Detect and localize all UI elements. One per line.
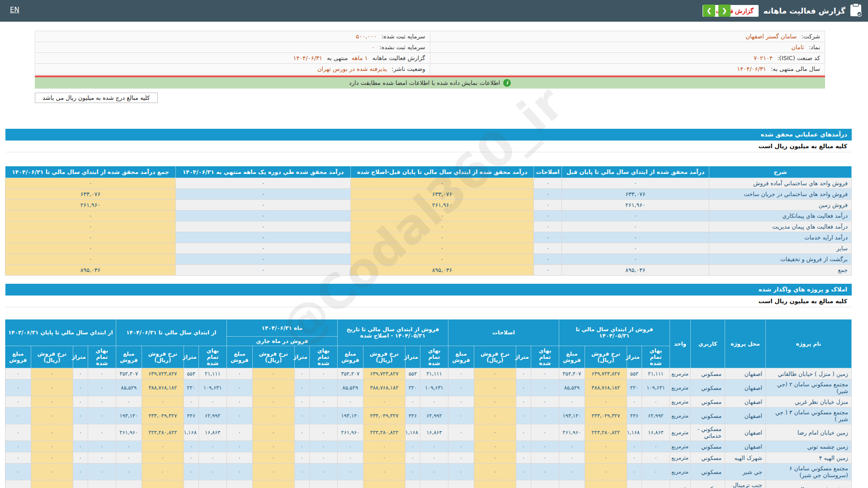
value-cell: ۰ bbox=[585, 441, 627, 452]
notice-text: اطلاعات نمایش داده شده با اطلاعات امضا ش… bbox=[349, 80, 500, 86]
value-cell: ۰ bbox=[351, 211, 534, 221]
nav-prev-button[interactable]: ❮ bbox=[703, 5, 715, 17]
value-cell: ۰ bbox=[642, 396, 670, 408]
value-cell: ۰ bbox=[176, 200, 351, 211]
location-cell: اصفهان bbox=[725, 396, 766, 408]
column-header: محل پروژه bbox=[725, 319, 766, 368]
project-row: پروژه چشمه توتي ۲ جنب ترمینال صفه مسکوني… bbox=[5, 480, 851, 488]
usage-cell: مسکوني bbox=[691, 408, 725, 424]
value-cell: ۰ bbox=[562, 243, 709, 254]
value-cell: ۰ bbox=[337, 396, 363, 408]
value-cell: ۰ bbox=[5, 396, 31, 408]
usage-cell: مسکوني bbox=[691, 380, 725, 396]
field-value[interactable]: ۱ ماهه bbox=[352, 55, 368, 61]
field-label: شرکت: bbox=[802, 33, 820, 40]
value-cell: ۰ bbox=[252, 441, 294, 452]
field-value[interactable]: پذیرفته شده در بورس تهران bbox=[317, 66, 387, 72]
field-label: سرمایه ثبت شده: bbox=[381, 33, 425, 40]
value-cell: ۰ bbox=[252, 408, 294, 424]
nav-next-button[interactable]: ❯ bbox=[718, 5, 731, 17]
value-cell: ۸۹۵,۰۳۶ bbox=[351, 265, 534, 276]
value-cell: ۰ bbox=[184, 464, 198, 480]
value-cell: ۵۵۴ bbox=[627, 368, 642, 380]
value-cell: ۰ bbox=[534, 211, 562, 221]
value-cell: ۰ bbox=[309, 480, 337, 488]
usage-cell: مسکوني bbox=[691, 441, 725, 452]
value-cell: ۰ bbox=[585, 452, 627, 464]
value-cell: ۴۳۳,۰۴۹,۳۲۷ bbox=[363, 408, 405, 424]
company-info-row: کد صنعت (ISIC): ۷۰۲۱۰۴ گزارش فعالیت ماها… bbox=[35, 53, 825, 64]
value-cell: ۸۹۵,۰۳۶ bbox=[5, 265, 176, 276]
field-value[interactable]: ۰ bbox=[372, 44, 375, 51]
value-cell: ۰ bbox=[309, 380, 337, 396]
value-cell: ۲۶۱,۹۶۰ bbox=[351, 200, 534, 211]
value-cell: ۰ bbox=[531, 424, 559, 441]
value-cell: ۰ bbox=[5, 452, 31, 464]
field-value[interactable]: ۱۴۰۴/۰۶/۳۱ bbox=[293, 55, 322, 61]
page-title: گزارش فعالیت ماهانه bbox=[763, 6, 845, 15]
section-projects-subtitle: کلیه مبالغ به میلیون ریال است bbox=[5, 296, 852, 307]
group-header: فروش از ابتداي سال مالي تا ۱۴۰۴/۰۵/۳۱ bbox=[559, 319, 670, 346]
usage-cell: مسکوني bbox=[691, 368, 725, 380]
value-cell: ۰ bbox=[294, 380, 309, 396]
field-value[interactable]: ثامان bbox=[792, 44, 804, 51]
language-link[interactable]: EN bbox=[10, 6, 19, 14]
location-cell: اصفهان bbox=[725, 424, 766, 441]
field-value[interactable]: سامان گستر اصفهان bbox=[745, 33, 797, 40]
value-cell: ۰ bbox=[474, 464, 516, 480]
field-label: سرمایه ثبت نشده: bbox=[379, 44, 425, 51]
value-cell: ۶۳۳,۰۷۶ bbox=[562, 189, 709, 200]
value-cell: ۰ bbox=[252, 396, 294, 408]
value-cell: ۰ bbox=[474, 452, 516, 464]
value-cell: ۲۶۱,۹۶۰ bbox=[5, 200, 176, 211]
value-cell: ۰ bbox=[294, 464, 309, 480]
value-cell: ۰ bbox=[176, 232, 351, 243]
value-cell: ۰ bbox=[309, 464, 337, 480]
row-label: درآمد فعالیت هاي پیمانکاري bbox=[709, 211, 852, 221]
value-cell: ۰ bbox=[534, 178, 562, 189]
company-info-row: شرکت: سامان گستر اصفهان سرمایه ثبت شده: … bbox=[35, 31, 825, 42]
value-cell: ۲۶۱,۹۶۰ bbox=[559, 424, 585, 441]
value-cell: ۰ bbox=[420, 441, 448, 452]
value-cell: ۲۶۱,۹۶۰ bbox=[337, 424, 363, 441]
company-info-table: شرکت: سامان گستر اصفهان سرمایه ثبت شده: … bbox=[35, 31, 825, 75]
sub-header: بهاي تمام شده bbox=[420, 346, 448, 368]
value-cell: ۰ bbox=[309, 368, 337, 380]
value-cell: ۰ bbox=[5, 380, 31, 396]
section-projects-header: املاک و پروژه هاي واگذار شده bbox=[5, 284, 852, 296]
sub-header: مبلغ فروش bbox=[337, 346, 363, 368]
value-cell: ۳۸۸,۷۶۸,۱۸۲ bbox=[142, 380, 184, 396]
value-cell: ۰ bbox=[5, 464, 31, 480]
sub-header: مبلغ فروش bbox=[559, 346, 585, 368]
value-cell: ۰ bbox=[531, 480, 559, 488]
field-value[interactable]: ۷۰۲۱۰۴ bbox=[754, 55, 773, 61]
project-name-cell: مجتمع مسکوني سامان ۲ (جي شیر) bbox=[766, 380, 852, 396]
value-cell: ۰ bbox=[73, 396, 88, 408]
value-cell: ۰ bbox=[627, 452, 642, 464]
value-cell: ۰ bbox=[116, 452, 142, 464]
value-cell: ۰ bbox=[226, 424, 252, 441]
value-cell: ۰ bbox=[559, 396, 585, 408]
field-value[interactable]: ۱۴۰۴/۰۶/۳۱ bbox=[737, 66, 766, 72]
value-cell: ۰ bbox=[448, 424, 474, 441]
value-cell: ۳۸۸,۷۶۸,۱۸۲ bbox=[363, 380, 405, 396]
value-cell: ۰ bbox=[5, 408, 31, 424]
usage-cell: مسکوني bbox=[691, 396, 725, 408]
revenue-row: درآمد فعالیت هاي پیمانکاري ۰ ۰ ۰ ۰ ۰ bbox=[5, 211, 852, 221]
value-cell: ۰ bbox=[31, 464, 73, 480]
value-cell: ۰ bbox=[474, 380, 516, 396]
usage-cell: مسکوني bbox=[691, 480, 725, 488]
company-info-cell: سال مالی منتهی به: ۱۴۰۴/۰۶/۳۱ bbox=[430, 64, 825, 75]
value-cell: ۰ bbox=[474, 441, 516, 452]
value-cell: ۴۳۳,۰۴۹,۳۲۷ bbox=[585, 408, 627, 424]
value-cell: ۸۵,۵۲۹ bbox=[559, 380, 585, 396]
value-cell: ۰ bbox=[559, 464, 585, 480]
project-row: زمین خیابان امام رضا اصفهان مسکوني - خدم… bbox=[5, 424, 851, 441]
report-nav-buttons: ❮ ❯ bbox=[703, 5, 731, 17]
field-value[interactable]: ۵۰۰,۰۰۰ bbox=[356, 33, 377, 40]
location-cell: اصفهان bbox=[725, 441, 766, 452]
value-cell: ۰ bbox=[198, 452, 226, 464]
section-projects: املاک و پروژه هاي واگذار شده کلیه مبالغ … bbox=[5, 284, 852, 488]
usage-cell: مسکوني bbox=[691, 452, 725, 464]
value-cell: ۰ bbox=[516, 368, 531, 380]
